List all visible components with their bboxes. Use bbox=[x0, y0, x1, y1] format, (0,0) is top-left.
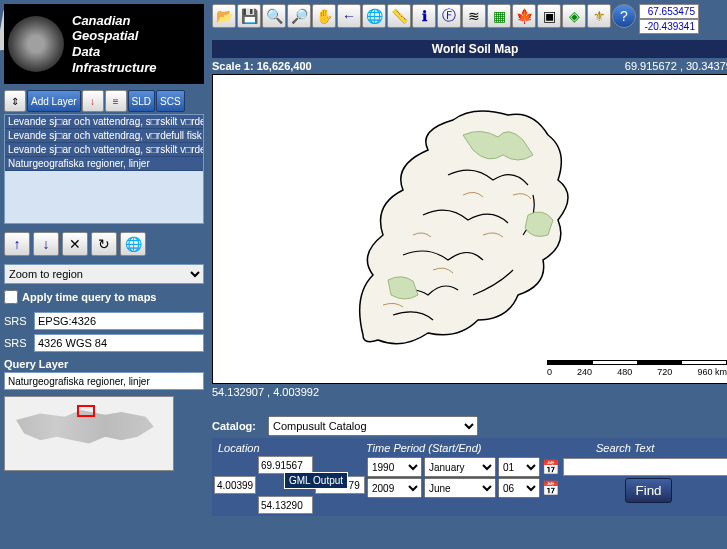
list-item[interactable]: Levande sj□ar och vattendrag, v□rdefull … bbox=[5, 129, 203, 143]
cursor-lat-readout: 67.653475 bbox=[639, 4, 699, 19]
refresh-layer-button[interactable]: ↻ bbox=[91, 232, 117, 256]
pan-button[interactable]: ✋ bbox=[312, 4, 336, 28]
logo-line2: Geospatial bbox=[72, 28, 157, 44]
delete-layer-button[interactable]: ✕ bbox=[62, 232, 88, 256]
grid-button[interactable]: ▦ bbox=[487, 4, 511, 28]
loc-west-input[interactable] bbox=[214, 476, 256, 494]
info-icon: ℹ bbox=[422, 8, 427, 24]
start-year-select[interactable]: 1990 bbox=[367, 457, 422, 477]
arrow-up-icon: ↑ bbox=[14, 236, 21, 252]
app-logo: Canadian Geospatial Data Infrastructure bbox=[4, 4, 204, 84]
lines-icon: ≋ bbox=[468, 8, 480, 24]
info-button[interactable]: ℹ bbox=[412, 4, 436, 28]
map-extent-lower-left: 54.132907 , 4.003992 bbox=[212, 386, 727, 398]
zoom-in-icon: 🔍 bbox=[266, 8, 283, 24]
help-icon: ? bbox=[620, 8, 628, 24]
srs2-input[interactable] bbox=[34, 334, 204, 352]
layer-globe-button[interactable]: 🌐 bbox=[120, 232, 146, 256]
catalog-select[interactable]: Compusult Catalog bbox=[268, 416, 478, 436]
grid-icon: ▦ bbox=[493, 8, 506, 24]
start-month-select[interactable]: January bbox=[424, 457, 496, 477]
end-calendar-icon[interactable]: 📅 bbox=[542, 480, 559, 496]
map-extent-upper-right: 69.915672 , 30.343791 bbox=[625, 60, 727, 72]
loc-south-input[interactable] bbox=[258, 496, 313, 514]
logo-line3: Data bbox=[72, 44, 157, 60]
sort-layers-button[interactable]: ⇕ bbox=[4, 90, 26, 112]
full-extent-button[interactable]: 🌐 bbox=[362, 4, 386, 28]
logo-line4: Infrastructure bbox=[72, 60, 157, 76]
diamond-button[interactable]: ◈ bbox=[562, 4, 586, 28]
map-title: World Soil Map bbox=[212, 40, 727, 58]
map-scale: Scale 1: 16,626,400 bbox=[212, 60, 312, 72]
badge-icon: ⚜ bbox=[593, 8, 606, 24]
scale-bar: 0 240 480 720 960 km bbox=[547, 360, 727, 377]
time-header: Time Period (Start/End) bbox=[362, 440, 592, 456]
legend-button[interactable]: ≡ bbox=[105, 90, 127, 112]
help-button[interactable]: ? bbox=[612, 4, 636, 28]
overview-map[interactable] bbox=[4, 396, 174, 471]
catalog-label: Catalog: bbox=[212, 420, 264, 432]
download-layer-button[interactable]: ↓ bbox=[82, 90, 104, 112]
sort-icon: ⇕ bbox=[11, 96, 19, 107]
overview-extent-box[interactable] bbox=[77, 405, 95, 417]
start-calendar-icon[interactable]: 📅 bbox=[542, 459, 559, 475]
zoom-out-icon: 🔎 bbox=[291, 8, 308, 24]
start-day-select[interactable]: 01 bbox=[498, 457, 540, 477]
download-icon: ↓ bbox=[90, 96, 95, 107]
search-text-input[interactable] bbox=[563, 458, 727, 476]
srs1-label: SRS bbox=[4, 315, 30, 327]
arrow-left-icon: ← bbox=[342, 8, 356, 24]
query-layer-input[interactable] bbox=[4, 372, 204, 390]
legend-icon: ≡ bbox=[113, 96, 119, 107]
canada-button[interactable]: 🍁 bbox=[512, 4, 536, 28]
srs1-input[interactable] bbox=[34, 312, 204, 330]
open-button[interactable]: 📂 bbox=[212, 4, 236, 28]
scs-button[interactable]: SCS bbox=[156, 90, 185, 112]
f-icon: Ⓕ bbox=[442, 7, 456, 25]
globe-icon: 🌐 bbox=[125, 236, 142, 252]
feature-button[interactable]: Ⓕ bbox=[437, 4, 461, 28]
ruler-icon: 📏 bbox=[391, 8, 408, 24]
query-layer-label: Query Layer bbox=[4, 358, 204, 370]
save-button[interactable]: 💾 bbox=[237, 4, 261, 28]
map-canvas[interactable]: 0 240 480 720 960 km bbox=[212, 74, 727, 384]
end-day-select[interactable]: 06 bbox=[498, 478, 540, 498]
badge-button[interactable]: ⚜ bbox=[587, 4, 611, 28]
list-item[interactable]: Levande sj□ar och vattendrag, s□rskilt v… bbox=[5, 115, 203, 129]
end-year-select[interactable]: 2009 bbox=[367, 478, 422, 498]
save-icon: 💾 bbox=[241, 8, 258, 24]
globe-icon: 🌐 bbox=[366, 8, 383, 24]
zoom-out-button[interactable]: 🔎 bbox=[287, 4, 311, 28]
logo-globe-icon bbox=[8, 16, 64, 72]
move-layer-up-button[interactable]: ↑ bbox=[4, 232, 30, 256]
close-icon: ✕ bbox=[69, 236, 81, 252]
layer-list[interactable]: Levande sj□ar och vattendrag, s□rskilt v… bbox=[4, 114, 204, 224]
open-folder-icon: 📂 bbox=[216, 8, 233, 24]
apply-time-query-checkbox[interactable]: Apply time query to maps bbox=[4, 290, 204, 304]
apply-time-checkbox-input[interactable] bbox=[4, 290, 18, 304]
diamond-icon: ◈ bbox=[569, 8, 580, 24]
back-button[interactable]: ← bbox=[337, 4, 361, 28]
apply-time-label: Apply time query to maps bbox=[22, 291, 156, 303]
add-layer-button[interactable]: Add Layer bbox=[27, 90, 81, 112]
zoom-region-select[interactable]: Zoom to region bbox=[4, 264, 204, 284]
lines-button[interactable]: ≋ bbox=[462, 4, 486, 28]
list-item[interactable]: Naturgeografiska regioner, linjer bbox=[5, 157, 203, 171]
map-features bbox=[333, 95, 593, 365]
find-button[interactable]: Find bbox=[625, 478, 673, 503]
arrow-down-icon: ↓ bbox=[43, 236, 50, 252]
gml-tooltip: GML Output bbox=[284, 472, 348, 489]
move-layer-down-button[interactable]: ↓ bbox=[33, 232, 59, 256]
tile-icon: ▣ bbox=[543, 8, 556, 24]
refresh-icon: ↻ bbox=[98, 236, 110, 252]
end-month-select[interactable]: June bbox=[424, 478, 496, 498]
zoom-in-button[interactable]: 🔍 bbox=[262, 4, 286, 28]
list-item[interactable]: Levande sj□ar och vattendrag, s□rskilt v… bbox=[5, 143, 203, 157]
maple-icon: 🍁 bbox=[516, 8, 533, 24]
measure-button[interactable]: 📏 bbox=[387, 4, 411, 28]
logo-line1: Canadian bbox=[72, 13, 157, 29]
location-header: Location bbox=[214, 440, 362, 456]
srs2-label: SRS bbox=[4, 337, 30, 349]
tile-button[interactable]: ▣ bbox=[537, 4, 561, 28]
sld-button[interactable]: SLD bbox=[128, 90, 155, 112]
